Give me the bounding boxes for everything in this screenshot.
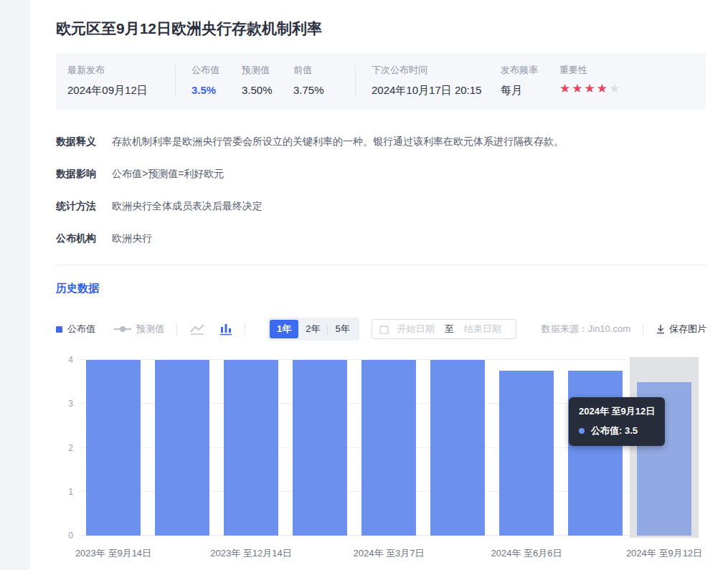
tab-5year[interactable]: 5年 bbox=[328, 320, 356, 338]
toolbar-divider bbox=[245, 323, 245, 335]
info-row-method: 统计方法 欧洲央行全体成员表决后最终决定 bbox=[56, 200, 728, 213]
bar-3[interactable] bbox=[293, 360, 347, 536]
y-axis-tick-label: 0 bbox=[57, 531, 73, 541]
summary-divider bbox=[355, 65, 356, 98]
bar-1[interactable] bbox=[155, 360, 209, 536]
y-axis-tick-label: 3 bbox=[57, 399, 73, 409]
history-data-link[interactable]: 历史数据 bbox=[56, 282, 99, 295]
next-release-label: 下次公布时间 bbox=[372, 64, 501, 77]
date-range-input[interactable]: 开始日期 至 结束日期 bbox=[372, 319, 516, 339]
date-separator-label: 至 bbox=[445, 323, 454, 336]
latest-release-label: 最新发布 bbox=[67, 64, 175, 77]
actual-value: 3.5% bbox=[192, 84, 242, 96]
forecast-col: 预测值 3.50% bbox=[242, 64, 293, 96]
chart-toolbar: 公布值 预测值 1年 2年 5年 开始日期 至 结束日期 数据来源：Jin10.… bbox=[56, 318, 706, 341]
info-text: 欧洲央行 bbox=[112, 232, 152, 245]
download-icon bbox=[656, 324, 666, 334]
legend-actual-swatch-icon bbox=[56, 326, 62, 333]
history-bar-chart: 2024年 至9月12日 公布值: 3.5 01234 2023年 至9月14日… bbox=[79, 360, 699, 570]
tooltip-title: 2024年 至9月12日 bbox=[579, 405, 655, 418]
bar-4[interactable] bbox=[361, 360, 416, 536]
save-image-button[interactable]: 保存图片 bbox=[656, 323, 706, 336]
legend-actual-label: 公布值 bbox=[67, 323, 95, 336]
frequency-value: 每月 bbox=[501, 84, 559, 98]
star-icon: ★ bbox=[609, 82, 621, 95]
range-tab-group: 1年 2年 5年 bbox=[268, 318, 359, 341]
previous-value: 3.75% bbox=[293, 84, 355, 96]
tooltip-value: 公布值: 3.5 bbox=[591, 424, 638, 437]
toolbar-divider bbox=[643, 323, 643, 335]
importance-stars: ★★★★★ bbox=[559, 81, 621, 96]
tab-1year[interactable]: 1年 bbox=[270, 320, 298, 338]
legend-forecast-label: 预测值 bbox=[136, 323, 164, 336]
x-axis-tick-label: 2024年 至9月12日 bbox=[626, 547, 702, 560]
section-divider bbox=[56, 265, 706, 265]
bar-0[interactable] bbox=[86, 360, 141, 536]
star-icon: ★ bbox=[572, 82, 584, 95]
save-image-label: 保存图片 bbox=[669, 323, 706, 336]
info-row-impact: 数据影响 公布值>预测值=利好欧元 bbox=[56, 168, 728, 181]
legend-actual[interactable]: 公布值 bbox=[56, 323, 95, 336]
x-axis-labels: 2023年 至9月14日2023年 至12月14日2024年 至3月7日2024… bbox=[79, 547, 699, 570]
chart-plot-area[interactable]: 2024年 至9月12日 公布值: 3.5 01234 bbox=[79, 360, 699, 536]
info-row-definition: 数据释义 存款机制利率是欧洲央行管委会所设立的关键利率的一种。银行通过该利率在欧… bbox=[56, 136, 728, 148]
previous-label: 前值 bbox=[293, 64, 355, 77]
importance-label: 重要性 bbox=[559, 64, 621, 77]
importance-col: 重要性 ★★★★★ bbox=[559, 64, 621, 96]
info-label: 公布机构 bbox=[56, 232, 99, 245]
info-label: 数据释义 bbox=[56, 136, 99, 148]
info-label: 统计方法 bbox=[56, 200, 99, 213]
data-source-text: 数据来源：Jin10.com bbox=[542, 323, 630, 336]
calendar-icon bbox=[379, 325, 389, 334]
star-icon: ★ bbox=[597, 82, 609, 95]
info-section: 数据释义 存款机制利率是欧洲央行管委会所设立的关键利率的一种。银行通过该利率在欧… bbox=[56, 136, 728, 245]
previous-col: 前值 3.75% bbox=[293, 64, 355, 96]
x-axis-tick-label: 2023年 至9月14日 bbox=[75, 547, 151, 560]
frequency-col: 发布频率 每月 bbox=[501, 64, 559, 98]
x-axis-tick-label: 2024年 至6月6日 bbox=[491, 547, 562, 560]
info-text: 存款机制利率是欧洲央行管委会所设立的关键利率的一种。银行通过该利率在欧元体系进行… bbox=[112, 136, 564, 148]
summary-bar: 最新发布 2024年09月12日 公布值 3.5% 预测值 3.50% 前值 3… bbox=[56, 53, 706, 110]
actual-value-col: 公布值 3.5% bbox=[192, 64, 242, 96]
line-chart-icon[interactable] bbox=[189, 323, 205, 336]
x-axis-tick-label: 2023年 至12月14日 bbox=[210, 547, 291, 560]
summary-divider bbox=[175, 65, 176, 98]
forecast-label: 预测值 bbox=[242, 64, 293, 77]
info-text: 欧洲央行全体成员表决后最终决定 bbox=[112, 200, 263, 213]
latest-release-value: 2024年09月12日 bbox=[67, 84, 175, 98]
toolbar-divider bbox=[176, 323, 177, 335]
bar-chart-icon[interactable] bbox=[219, 323, 232, 336]
bar-2[interactable] bbox=[224, 360, 278, 536]
info-row-institution: 公布机构 欧洲央行 bbox=[56, 232, 728, 245]
latest-release: 最新发布 2024年09月12日 bbox=[67, 64, 175, 98]
page-title: 欧元区至9月12日欧洲央行存款机制利率 bbox=[56, 0, 728, 39]
next-release-col: 下次公布时间 2024年10月17日 20:15 bbox=[372, 64, 501, 98]
forecast-value: 3.50% bbox=[242, 84, 293, 96]
toolbar-right: 数据来源：Jin10.com 保存图片 bbox=[542, 323, 706, 336]
actual-label: 公布值 bbox=[192, 64, 242, 77]
star-icon: ★ bbox=[559, 82, 572, 95]
info-text: 公布值>预测值=利好欧元 bbox=[112, 168, 224, 181]
frequency-label: 发布频率 bbox=[501, 64, 559, 77]
info-label: 数据影响 bbox=[56, 168, 99, 181]
y-axis-tick-label: 1 bbox=[57, 487, 73, 497]
legend-forecast[interactable]: 预测值 bbox=[114, 323, 164, 336]
next-release-value: 2024年10月17日 20:15 bbox=[372, 84, 501, 98]
bar-7[interactable] bbox=[568, 371, 623, 536]
y-axis-tick-label: 4 bbox=[57, 355, 73, 365]
y-axis-tick-label: 2 bbox=[57, 443, 73, 453]
bar-5[interactable] bbox=[430, 360, 485, 536]
tab-2year[interactable]: 2年 bbox=[298, 320, 327, 338]
tooltip-series-dot-icon bbox=[579, 428, 585, 434]
star-icon: ★ bbox=[585, 82, 597, 95]
end-date-placeholder: 结束日期 bbox=[464, 323, 501, 336]
bar-6[interactable] bbox=[499, 371, 554, 536]
content-card: 欧元区至9月12日欧洲央行存款机制利率 最新发布 2024年09月12日 公布值… bbox=[30, 0, 728, 570]
x-axis-tick-label: 2024年 至3月7日 bbox=[354, 547, 425, 560]
chart-tooltip: 2024年 至9月12日 公布值: 3.5 bbox=[569, 397, 665, 446]
start-date-placeholder: 开始日期 bbox=[397, 323, 435, 336]
legend-forecast-swatch-icon bbox=[114, 328, 131, 330]
